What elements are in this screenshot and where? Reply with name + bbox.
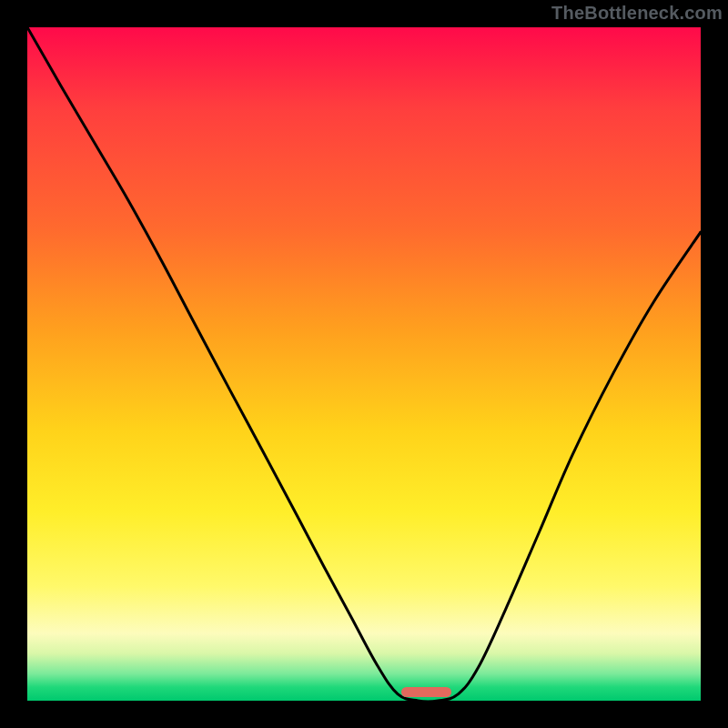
optimal-marker bbox=[401, 687, 452, 697]
curve-svg bbox=[27, 27, 701, 701]
plot-area bbox=[27, 27, 701, 701]
bottleneck-chart: TheBottleneck.com bbox=[0, 0, 728, 728]
attribution-label: TheBottleneck.com bbox=[551, 2, 723, 24]
bottleneck-curve-path bbox=[27, 27, 701, 701]
